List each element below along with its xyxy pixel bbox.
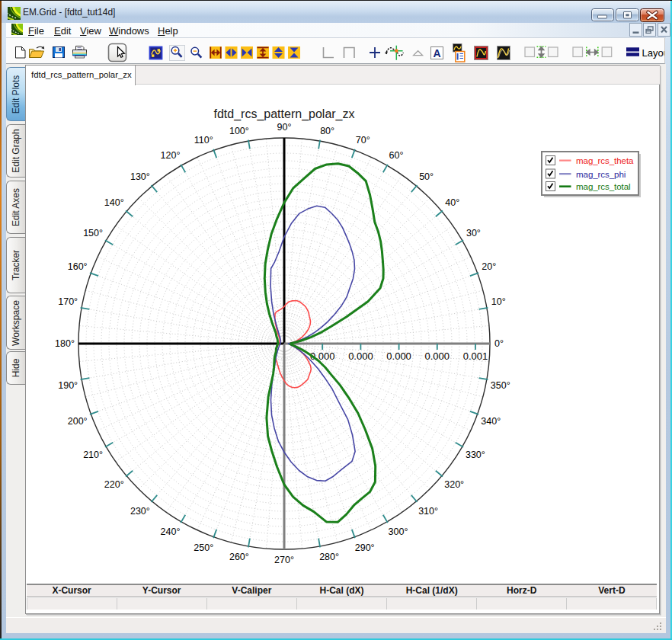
svg-text:30°: 30°: [466, 228, 481, 238]
svg-text:170°: 170°: [58, 296, 78, 307]
svg-text:250°: 250°: [194, 542, 213, 553]
svg-text:350°: 350°: [491, 380, 510, 391]
svg-text:40°: 40°: [445, 197, 459, 208]
svg-text:180°: 180°: [55, 338, 75, 349]
svg-text:330°: 330°: [466, 450, 485, 460]
svg-text:0.000: 0.000: [386, 350, 411, 362]
svg-text:fdtd_rcs_pattern_polar_zx: fdtd_rcs_pattern_polar_zx: [214, 107, 355, 121]
svg-text:0.000: 0.000: [348, 350, 373, 362]
svg-text:260°: 260°: [229, 552, 249, 562]
svg-text:Layout: Layout: [642, 47, 665, 59]
svg-text:210°: 210°: [83, 450, 103, 460]
svg-text:340°: 340°: [481, 416, 501, 427]
svg-text:50°: 50°: [419, 171, 434, 182]
svg-text:mag_rcs_phi: mag_rcs_phi: [576, 169, 626, 179]
svg-text:230°: 230°: [130, 506, 150, 517]
svg-text:220°: 220°: [104, 479, 124, 490]
svg-text:10°: 10°: [491, 296, 506, 307]
svg-text:280°: 280°: [319, 552, 339, 562]
svg-text:140°: 140°: [104, 197, 124, 208]
svg-text:0.000: 0.000: [425, 350, 450, 362]
svg-text:160°: 160°: [68, 261, 88, 272]
svg-text:0°: 0°: [494, 338, 504, 349]
svg-text:290°: 290°: [355, 542, 375, 553]
svg-text:120°: 120°: [161, 150, 181, 161]
svg-text:270°: 270°: [274, 555, 294, 565]
svg-text:70°: 70°: [356, 135, 370, 146]
svg-text:310°: 310°: [418, 506, 438, 517]
svg-text:110°: 110°: [194, 135, 213, 146]
svg-text:0.001: 0.001: [463, 350, 488, 362]
svg-text:300°: 300°: [389, 526, 408, 537]
svg-text:130°: 130°: [130, 171, 150, 182]
svg-text:320°: 320°: [444, 479, 464, 490]
svg-text:80°: 80°: [320, 126, 334, 136]
svg-text:190°: 190°: [58, 380, 78, 391]
svg-text:240°: 240°: [161, 526, 181, 537]
svg-text:20°: 20°: [482, 261, 496, 272]
svg-text:mag_rcs_total: mag_rcs_total: [576, 181, 631, 191]
svg-text:200°: 200°: [68, 416, 88, 427]
svg-text:A: A: [433, 47, 440, 59]
svg-text:100°: 100°: [229, 126, 249, 136]
svg-text:90°: 90°: [277, 122, 292, 133]
svg-text:60°: 60°: [389, 150, 404, 161]
svg-text:150°: 150°: [83, 228, 103, 238]
svg-text:mag_rcs_theta: mag_rcs_theta: [576, 155, 634, 165]
